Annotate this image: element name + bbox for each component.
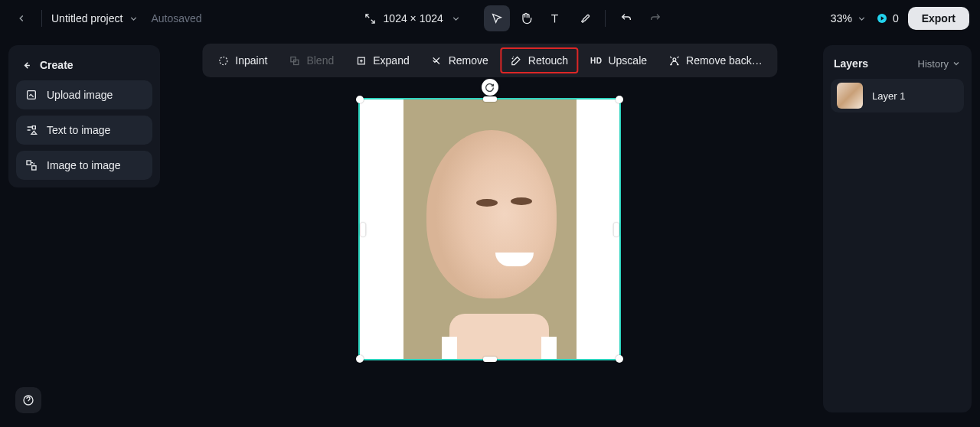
action-label: Upscale	[608, 54, 647, 67]
text-to-image-button[interactable]: Text to image	[16, 116, 152, 145]
hand-tool[interactable]	[513, 5, 539, 31]
svg-point-1	[220, 57, 227, 64]
chevron-down-icon	[952, 59, 961, 68]
button-label: Image to image	[47, 159, 121, 171]
project-title-wrap[interactable]: Untitled project	[51, 12, 139, 24]
project-title: Untitled project	[51, 12, 122, 24]
action-label: Remove	[449, 54, 488, 67]
text-to-image-icon	[25, 124, 38, 136]
redo-button[interactable]	[642, 5, 668, 31]
resize-handle-tl[interactable]	[356, 96, 364, 103]
separator	[605, 10, 606, 27]
canvas-selection[interactable]	[358, 98, 621, 360]
cursor-tool[interactable]	[484, 5, 510, 31]
expand-action[interactable]: Expand	[346, 48, 418, 73]
credits-icon	[876, 12, 888, 24]
action-label: Blend	[306, 54, 334, 67]
resize-handle-br[interactable]	[616, 355, 623, 363]
layers-title: Layers	[834, 57, 868, 70]
text-tool[interactable]	[542, 5, 568, 31]
create-label: Create	[40, 59, 74, 71]
autosaved-label: Autosaved	[151, 12, 201, 24]
help-button[interactable]	[15, 387, 41, 413]
remove-background-action[interactable]: Remove back…	[659, 48, 772, 73]
resize-handle-b[interactable]	[483, 357, 497, 362]
upload-icon	[25, 89, 38, 101]
action-label: Inpaint	[235, 54, 267, 67]
button-label: Upload image	[47, 89, 113, 101]
action-label: Remove back…	[686, 54, 763, 67]
svg-point-5	[673, 57, 676, 60]
zoom-control[interactable]: 33%	[831, 12, 867, 24]
upload-image-button[interactable]: Upload image	[16, 80, 152, 109]
chevron-down-icon	[451, 14, 461, 24]
top-bar: Untitled project Autosaved 1024 × 1024	[0, 0, 980, 37]
back-button[interactable]	[11, 8, 32, 29]
export-button[interactable]: Export	[908, 7, 969, 30]
create-header[interactable]: Create	[16, 53, 152, 80]
button-label: Text to image	[47, 124, 110, 136]
inpaint-action[interactable]: Inpaint	[208, 48, 276, 73]
image-to-image-icon	[25, 159, 38, 171]
hd-icon: HD	[590, 57, 602, 65]
action-bar: Inpaint Blend Expand Remove Retouch HD U…	[202, 44, 777, 77]
chevron-down-icon	[857, 14, 867, 24]
history-button[interactable]: History	[918, 58, 961, 70]
resize-handle-tr[interactable]	[616, 96, 623, 103]
svg-rect-8	[32, 166, 36, 170]
action-label: Retouch	[528, 54, 568, 67]
layer-name: Layer 1	[872, 90, 905, 102]
resize-handle-r[interactable]	[614, 223, 619, 236]
tool-group	[484, 5, 668, 31]
blend-action[interactable]: Blend	[279, 48, 343, 73]
credits-value: 0	[893, 12, 899, 24]
layers-header: Layers History	[831, 53, 964, 79]
layer-thumbnail	[837, 83, 863, 109]
separator	[41, 10, 42, 27]
layer-item[interactable]: Layer 1	[831, 79, 964, 112]
credits-display[interactable]: 0	[876, 12, 899, 24]
canvas-image	[403, 99, 577, 359]
action-label: Expand	[373, 54, 409, 67]
layers-panel: Layers History Layer 1	[823, 45, 972, 412]
brush-tool[interactable]	[571, 5, 597, 31]
retouch-action[interactable]: Retouch	[501, 47, 578, 73]
resize-icon	[364, 13, 376, 24]
upscale-action[interactable]: HD Upscale	[581, 48, 656, 73]
regenerate-badge[interactable]	[482, 79, 498, 96]
undo-button[interactable]	[613, 5, 639, 31]
zoom-value: 33%	[831, 12, 852, 24]
remove-action[interactable]: Remove	[422, 48, 498, 73]
arrow-left-icon	[21, 60, 32, 71]
resize-handle-bl[interactable]	[356, 355, 364, 363]
canvas-size-control[interactable]: 1024 × 1024	[364, 12, 461, 24]
svg-rect-7	[27, 161, 31, 165]
resize-handle-t[interactable]	[483, 96, 497, 102]
history-label: History	[918, 58, 949, 70]
create-sidebar: Create Upload image Text to image Image …	[8, 45, 160, 187]
resize-handle-l[interactable]	[361, 223, 366, 236]
chevron-down-icon	[129, 14, 139, 24]
image-to-image-button[interactable]: Image to image	[16, 151, 152, 180]
canvas-size-text: 1024 × 1024	[384, 12, 443, 24]
